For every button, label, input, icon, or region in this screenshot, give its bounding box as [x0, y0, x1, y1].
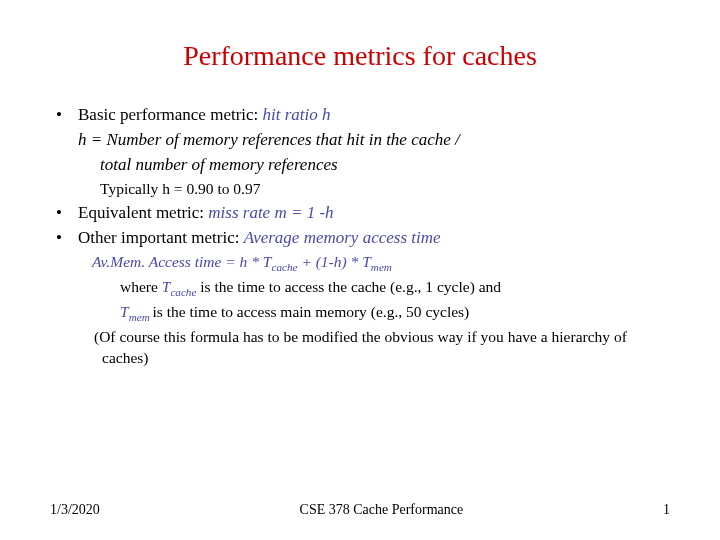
bullet-marker: •: [50, 227, 78, 250]
hierarchy-note: (Of course this formula has to be modifi…: [58, 327, 670, 369]
bullet-marker: •: [50, 202, 78, 225]
bullet-text: Equivalent metric: miss rate m = 1 -h: [78, 202, 670, 225]
footer-course: CSE 378 Cache Performance: [300, 502, 464, 518]
where-rest: is the time to access main memory (e.g.,…: [152, 303, 469, 320]
term-miss-rate: miss rate m = 1 -h: [208, 203, 333, 222]
bullet-text: Basic performance metric: hit ratio h: [78, 104, 670, 127]
bullet-basic-metric: • Basic performance metric: hit ratio h: [50, 104, 670, 127]
t-cache: Tcache: [162, 278, 197, 295]
where-tcache: where Tcache is the time to access the c…: [50, 277, 670, 300]
slide-footer: 1/3/2020 CSE 378 Cache Performance 1: [0, 502, 720, 518]
term-hit-ratio: hit ratio h: [263, 105, 331, 124]
slide-content: • Basic performance metric: hit ratio h …: [50, 104, 670, 369]
footer-date: 1/3/2020: [50, 502, 100, 518]
where-tmem: Tmem is the time to access main memory (…: [50, 302, 670, 325]
bullet-other-metric: • Other important metric: Average memory…: [50, 227, 670, 250]
bullet-text: Other important metric: Average memory a…: [78, 227, 670, 250]
formula-mid: + (1-h) * T: [298, 253, 371, 270]
subscript-cache: cache: [271, 261, 297, 273]
formula-prefix: Av.Mem. Access time = h * T: [92, 253, 271, 270]
label: Other important metric:: [78, 228, 244, 247]
slide-title: Performance metrics for caches: [50, 40, 670, 72]
label: Basic performance metric:: [78, 105, 263, 124]
where-rest: is the time to access the cache (e.g., 1…: [196, 278, 501, 295]
term-avg-access-time: Average memory access time: [244, 228, 441, 247]
t-mem: Tmem: [120, 303, 152, 320]
bullet-marker: •: [50, 104, 78, 127]
hit-ratio-formula-line1: h = Number of memory references that hit…: [50, 129, 670, 152]
label: Equivalent metric:: [78, 203, 208, 222]
typical-values: Typically h = 0.90 to 0.97: [50, 179, 670, 200]
avg-access-formula: Av.Mem. Access time = h * Tcache + (1-h)…: [50, 252, 670, 275]
bullet-equivalent-metric: • Equivalent metric: miss rate m = 1 -h: [50, 202, 670, 225]
where-prefix: where: [120, 278, 162, 295]
subscript-mem: mem: [371, 261, 392, 273]
hit-ratio-formula-line2: total number of memory references: [50, 154, 670, 177]
footer-page-number: 1: [663, 502, 670, 518]
